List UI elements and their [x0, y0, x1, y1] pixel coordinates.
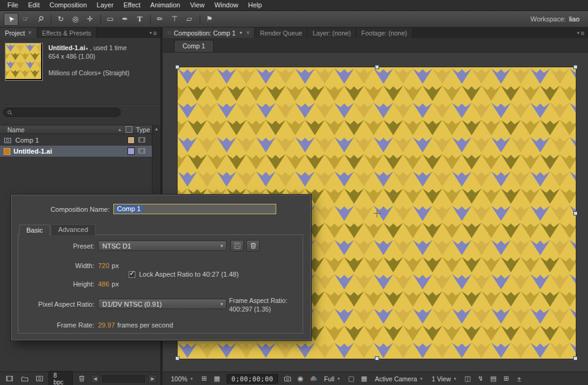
scroll-up-button[interactable]: ▲	[154, 125, 159, 204]
tab-project[interactable]: Project ×	[0, 28, 37, 38]
lock-aspect-checkbox[interactable]: ✓ Lock Aspect Ratio to 40:27 (1.48)	[129, 271, 239, 278]
new-composition-icon[interactable]	[34, 373, 45, 384]
flowchart-icon[interactable]: ⊞	[501, 374, 511, 384]
layer-handle[interactable]	[375, 356, 379, 361]
delete-preset-button[interactable]	[246, 240, 260, 252]
rotation-tool[interactable]: ↻	[53, 13, 68, 26]
magnification-dropdown[interactable]: 100% ▼	[168, 374, 197, 384]
sort-icon[interactable]: ▲	[118, 127, 122, 132]
menu-item[interactable]: Composition	[45, 0, 92, 10]
menu-item[interactable]: Help	[243, 0, 267, 10]
label-column-icon[interactable]	[126, 126, 132, 133]
save-preset-button[interactable]	[230, 240, 244, 252]
project-item-ai-footage[interactable]: Untitled-1.ai	[0, 146, 160, 157]
layer-handle[interactable]	[573, 211, 578, 215]
project-bit-depth-button[interactable]: 8 bpc	[48, 371, 73, 385]
layer-handle[interactable]	[573, 65, 578, 69]
tab-composition[interactable]: ∷ Composition: Comp 1 ▼ ×	[163, 28, 255, 38]
tab-advanced[interactable]: Advanced	[51, 224, 96, 235]
layer-handle[interactable]	[175, 356, 179, 361]
exposure-icon[interactable]: ±	[514, 374, 524, 384]
panel-menu-icon[interactable]: ▾ ≡	[146, 28, 160, 38]
footage-color-depth: Millions of Colors+ (Straight)	[48, 69, 129, 77]
pixel-aspect-ratio-dropdown[interactable]: D1/DV NTSC (0.91) ▼	[98, 299, 227, 309]
new-folder-icon[interactable]	[18, 373, 30, 384]
tab-effects-presets[interactable]: Effects & Presets	[37, 28, 97, 38]
selection-tool[interactable]: ➤	[4, 13, 18, 26]
clone-stamp-tool[interactable]: ⊤	[167, 13, 182, 26]
vertical-scrollbar[interactable]: ▲	[152, 125, 160, 204]
composition-name-input[interactable]: Comp 1	[113, 204, 276, 214]
fast-previews-icon[interactable]: ↯	[475, 374, 486, 384]
tab-menu-icon[interactable]: ▼	[239, 31, 243, 35]
label-color-chip[interactable]	[127, 136, 135, 144]
delete-item-icon[interactable]	[76, 373, 88, 384]
timeline-icon[interactable]: ▤	[488, 374, 499, 384]
hand-tool[interactable]: ☞	[18, 13, 33, 26]
tab-close-icon[interactable]: ×	[246, 29, 250, 36]
comp-tab-strip: Comp 1	[163, 38, 588, 53]
layer-handle[interactable]	[375, 65, 379, 69]
project-panel-footer: 8 bpc ◀ ▶	[0, 372, 160, 385]
eraser-tool[interactable]: ▱	[182, 13, 197, 26]
horizontal-scrollbar[interactable]	[102, 375, 145, 383]
grid-options-icon[interactable]: ▦	[212, 374, 222, 384]
scroll-left-button[interactable]: ◀	[91, 375, 100, 383]
layer-anchor-point[interactable]	[374, 210, 381, 217]
tab-render-queue[interactable]: Render Queue	[255, 28, 307, 38]
menu-item[interactable]: Window	[209, 0, 243, 10]
width-value[interactable]: 720	[98, 262, 109, 269]
workspace-selector[interactable]: Workspace: liao	[530, 15, 584, 23]
safe-margins-icon[interactable]: ⊞	[199, 374, 209, 384]
menu-item[interactable]: File	[2, 0, 23, 10]
pixel-aspect-correction-icon[interactable]: ◫	[462, 374, 473, 384]
checkbox-box[interactable]: ✓	[129, 271, 135, 278]
name-menu-icon[interactable]: ▾	[86, 47, 88, 51]
search-box[interactable]	[3, 108, 121, 117]
brush-tool[interactable]: ✏	[153, 13, 167, 26]
transparency-grid-icon[interactable]: ▦	[359, 374, 369, 384]
frame-rate-value[interactable]: 29.97	[98, 321, 115, 329]
puppet-pin-tool[interactable]: ⚑	[202, 13, 217, 26]
snapshot-icon[interactable]	[282, 374, 293, 384]
show-snapshot-icon[interactable]: ◉	[295, 374, 306, 384]
selected-item-name: Untitled-1.ai	[48, 44, 85, 51]
column-name[interactable]: Name	[7, 126, 118, 133]
column-type[interactable]: Type	[136, 126, 153, 133]
tool-bar: ➤ ☞ ⚲ ↻ ◎ ✛ ▭ ✒ T ✏ ⊤ ▱	[0, 11, 588, 28]
3d-view-dropdown[interactable]: Active Camera ▼	[372, 374, 426, 384]
current-time-display[interactable]: 0;00;00;00	[227, 374, 278, 384]
tab-layer[interactable]: Layer: (none)	[307, 28, 356, 38]
scroll-right-button[interactable]: ▶	[148, 375, 157, 383]
basic-settings-group: Preset: NTSC D1 ▼ Width: 720 px ✓ Lock A…	[18, 234, 303, 334]
project-item-comp[interactable]: Comp 1	[0, 135, 160, 146]
resolution-dropdown[interactable]: Full ▼	[321, 374, 344, 384]
pan-behind-tool[interactable]: ✛	[83, 13, 97, 26]
zoom-tool[interactable]: ⚲	[33, 13, 48, 26]
tab-basic[interactable]: Basic	[19, 225, 50, 236]
preset-dropdown[interactable]: NTSC D1 ▼	[98, 241, 227, 251]
mask-shape-tool[interactable]: ▭	[103, 13, 118, 26]
unified-camera-tool[interactable]: ◎	[68, 13, 83, 26]
panel-menu-icon[interactable]: ▾ ≡	[573, 28, 588, 38]
pen-tool[interactable]: ✒	[118, 13, 132, 26]
region-of-interest-icon[interactable]: ▢	[346, 374, 356, 384]
tab-close-icon[interactable]: ×	[28, 29, 32, 36]
menu-item[interactable]: Animation	[145, 0, 185, 10]
menu-item[interactable]: Edit	[23, 0, 45, 10]
layer-handle[interactable]	[573, 356, 578, 361]
menu-item[interactable]: Layer	[92, 0, 119, 10]
view-layout-dropdown[interactable]: 1 View ▼	[429, 374, 460, 384]
dropdown-arrow-icon: ▼	[220, 302, 224, 306]
show-channels-icon[interactable]	[308, 374, 318, 384]
tab-footage[interactable]: Footage: (none)	[356, 28, 413, 38]
label-color-chip[interactable]	[127, 148, 135, 155]
height-value[interactable]: 486	[98, 280, 109, 288]
comp-tab[interactable]: Comp 1	[174, 40, 214, 52]
interpret-footage-icon[interactable]	[4, 373, 15, 384]
type-tool[interactable]: T	[132, 13, 147, 26]
workspace-value[interactable]: liao	[569, 15, 579, 23]
menu-item[interactable]: View	[185, 0, 209, 10]
layer-handle[interactable]	[175, 65, 179, 69]
menu-item[interactable]: Effect	[118, 0, 145, 10]
